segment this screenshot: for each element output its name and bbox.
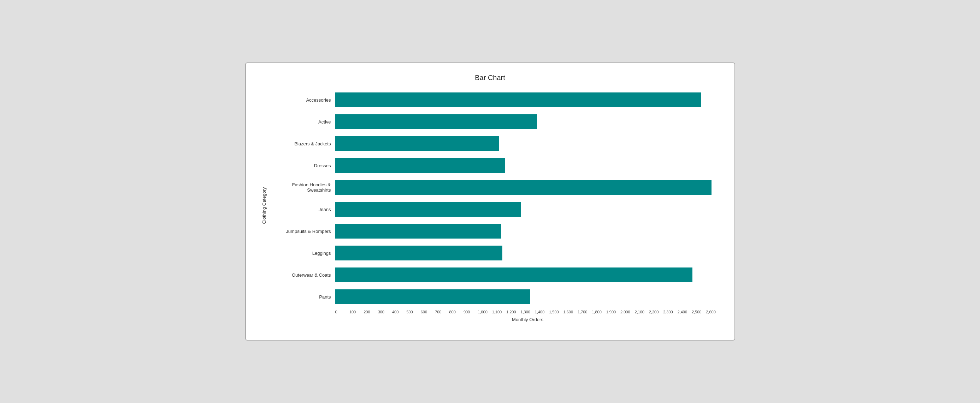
bar-row: Leggings — [270, 242, 720, 264]
bar-track — [335, 158, 720, 173]
bar-fill — [335, 246, 503, 260]
x-tick: 2,400 — [678, 310, 692, 314]
bar-label: Leggings — [270, 251, 335, 256]
chart-title: Bar Chart — [260, 74, 720, 82]
x-tick: 800 — [449, 310, 463, 314]
x-tick: 1,700 — [578, 310, 592, 314]
x-axis-label: Monthly Orders — [335, 317, 720, 322]
bar-track — [335, 180, 720, 195]
x-tick: 300 — [378, 310, 392, 314]
x-tick: 400 — [392, 310, 406, 314]
x-tick: 100 — [349, 310, 364, 314]
x-tick: 1,800 — [592, 310, 606, 314]
bar-fill — [335, 114, 537, 129]
x-tick: 600 — [421, 310, 435, 314]
y-axis-label-container: Clothing Category — [260, 89, 269, 322]
x-axis: 01002003004005006007008009001,0001,1001,… — [335, 310, 720, 314]
x-tick: 2,600 — [706, 310, 720, 314]
bar-track — [335, 92, 720, 107]
bars-container: AccessoriesActiveBlazers & JacketsDresse… — [270, 89, 720, 308]
bar-fill — [335, 158, 505, 173]
y-axis-label: Clothing Category — [261, 187, 267, 224]
bar-row: Active — [270, 111, 720, 133]
x-tick: 1,600 — [563, 310, 578, 314]
bar-label: Jumpsuits & Rompers — [270, 228, 335, 234]
bar-fill — [335, 92, 701, 107]
bar-label: Accessories — [270, 97, 335, 103]
chart-container: Bar Chart Clothing Category AccessoriesA… — [245, 62, 735, 341]
bar-track — [335, 136, 720, 151]
x-tick: 1,900 — [606, 310, 620, 314]
bar-fill — [335, 289, 530, 304]
bar-track — [335, 246, 720, 260]
bar-fill — [335, 136, 500, 151]
x-tick: 0 — [335, 310, 349, 314]
bar-label: Outerwear & Coats — [270, 273, 335, 278]
chart-area: Clothing Category AccessoriesActiveBlaze… — [260, 89, 720, 322]
x-tick: 2,500 — [692, 310, 706, 314]
x-tick: 1,000 — [477, 310, 492, 314]
bar-label: Blazers & Jackets — [270, 141, 335, 146]
bar-row: Pants — [270, 286, 720, 308]
bar-row: Blazers & Jackets — [270, 133, 720, 155]
x-tick: 2,000 — [620, 310, 635, 314]
x-tick: 1,500 — [549, 310, 563, 314]
x-tick: 700 — [435, 310, 449, 314]
bar-label: Jeans — [270, 207, 335, 212]
bar-fill — [335, 180, 711, 195]
bar-row: Jumpsuits & Rompers — [270, 220, 720, 242]
bar-track — [335, 202, 720, 217]
bar-row: Outerwear & Coats — [270, 264, 720, 286]
bar-fill — [335, 268, 693, 282]
x-tick: 2,300 — [663, 310, 677, 314]
bar-row: Dresses — [270, 155, 720, 176]
x-tick: 2,200 — [649, 310, 663, 314]
chart-inner: AccessoriesActiveBlazers & JacketsDresse… — [270, 89, 720, 322]
bar-row: Accessories — [270, 89, 720, 111]
x-tick: 1,400 — [535, 310, 549, 314]
bar-label: Fashion Hoodies & Sweatshirts — [270, 182, 335, 193]
x-tick: 2,100 — [635, 310, 649, 314]
bars-and-grid: AccessoriesActiveBlazers & JacketsDresse… — [270, 89, 720, 308]
bar-track — [335, 289, 720, 304]
bar-label: Dresses — [270, 163, 335, 168]
x-tick: 1,100 — [492, 310, 506, 314]
bar-row: Fashion Hoodies & Sweatshirts — [270, 176, 720, 198]
x-tick: 200 — [364, 310, 378, 314]
bar-fill — [335, 202, 521, 217]
bar-label: Active — [270, 119, 335, 125]
bar-fill — [335, 224, 502, 238]
x-tick: 500 — [406, 310, 420, 314]
bar-track — [335, 114, 720, 129]
bar-row: Jeans — [270, 198, 720, 220]
bar-track — [335, 268, 720, 282]
bar-track — [335, 224, 720, 238]
x-tick: 1,200 — [506, 310, 520, 314]
x-tick: 1,300 — [520, 310, 535, 314]
x-tick: 900 — [463, 310, 477, 314]
bar-label: Pants — [270, 294, 335, 300]
